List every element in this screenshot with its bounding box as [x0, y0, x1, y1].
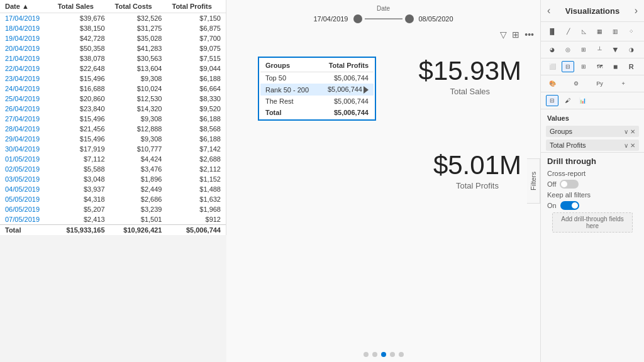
viz-funnel-icon[interactable]: ⯆ — [609, 44, 622, 55]
viz-gauge-icon[interactable]: ◑ — [625, 44, 638, 55]
table-row[interactable]: 20/04/2019$50,358$41,283$9,075 — [0, 43, 226, 53]
kpi2-label: Total Profits — [433, 181, 521, 190]
page-dot-2[interactable] — [372, 352, 377, 357]
viz-format-icon[interactable]: 🎨 — [546, 78, 558, 89]
viz-map-icon[interactable]: 🗺 — [593, 61, 606, 72]
page-dot-5[interactable] — [399, 352, 404, 357]
field-name-groups: Groups — [550, 128, 572, 135]
more-icon[interactable]: ••• — [525, 30, 534, 40]
table-row[interactable]: 21/04/2019$38,078$30,563$7,515 — [0, 53, 226, 63]
popup-table-row[interactable]: Rank 50 - 200$5,006,744 — [260, 84, 374, 96]
viz-filled-map-icon[interactable]: ◼ — [609, 61, 622, 72]
kpi1-section: $15.93M Total Sales — [419, 57, 521, 96]
popup-header-profits: Total Profits — [318, 59, 374, 72]
field-remove-groups[interactable]: ∨ ✕ — [624, 128, 635, 135]
toolbar: ▽ ⊞ ••• — [226, 30, 540, 40]
format-icons-row: ⊟ 🖌 📊 — [541, 92, 644, 109]
viz-table-icon[interactable]: ⊟ — [562, 61, 574, 72]
kpi2-section: $5.01M Total Profits — [433, 151, 521, 190]
page-dot-3[interactable] — [381, 352, 386, 357]
table-total-row: Total$15,933,165$10,926,421$5,006,744 — [0, 225, 226, 236]
popup-table-row[interactable]: Top 50$5,006,744 — [260, 72, 374, 84]
page-dot-4[interactable] — [390, 352, 395, 357]
viz-matrix-icon[interactable]: ⊞ — [577, 61, 590, 72]
viz-scatter-icon[interactable]: ⁘ — [625, 26, 638, 37]
table-row[interactable]: 19/04/2019$42,728$35,028$7,700 — [0, 33, 226, 43]
viz-analytics-icon[interactable]: ⚙ — [570, 78, 582, 89]
cell-num: $1,488 — [167, 184, 226, 194]
cell-num: $1,152 — [167, 174, 226, 184]
field-pill-profits[interactable]: Total Profits ∨ ✕ — [546, 140, 639, 151]
table-row[interactable]: 06/05/2019$5,207$3,239$1,968 — [0, 204, 226, 214]
viz-stacked-bar-icon[interactable]: ▦ — [593, 26, 606, 37]
viz-donut-icon[interactable]: ◎ — [562, 44, 574, 55]
field-remove-profits[interactable]: ∨ ✕ — [624, 142, 635, 149]
format-chart-icon[interactable]: 📊 — [576, 95, 589, 106]
cell-num: $16,688 — [53, 84, 110, 94]
filters-side-tab[interactable]: Filters — [527, 158, 540, 204]
viz-waterfall-icon[interactable]: ┴ — [593, 44, 606, 55]
table-row[interactable]: 27/04/2019$15,496$9,308$6,188 — [0, 114, 226, 124]
page-dot-1[interactable] — [364, 352, 369, 357]
focus-icon[interactable]: ⊞ — [512, 30, 519, 40]
cell-num: $32,526 — [110, 13, 167, 24]
viz-treemap-icon[interactable]: ⊞ — [577, 44, 590, 55]
filters-tab-label[interactable]: Filters — [527, 158, 540, 204]
viz-chevron-right[interactable] — [635, 5, 638, 16]
cross-report-toggle[interactable] — [560, 180, 579, 189]
viz-python-icon[interactable]: Py — [594, 78, 606, 89]
viz-100pct-bar-icon[interactable]: ▥ — [609, 26, 622, 37]
table-row[interactable]: 18/04/2019$38,150$31,275$6,875 — [0, 23, 226, 33]
cell-num: $4,424 — [110, 154, 167, 164]
cell-num: $3,048 — [53, 174, 110, 184]
table-row[interactable]: 26/04/2019$23,840$14,320$9,520 — [0, 104, 226, 114]
cell-num: $6,188 — [167, 134, 226, 144]
table-row[interactable]: 07/05/2019$2,413$1,501$912 — [0, 214, 226, 225]
cell-num: $20,860 — [53, 94, 110, 104]
table-row[interactable]: 03/05/2019$3,048$1,896$1,152 — [0, 174, 226, 184]
cell-date: 25/04/2019 — [0, 94, 53, 104]
viz-chevron-left[interactable] — [547, 5, 550, 16]
field-pill-groups[interactable]: Groups ∨ ✕ — [546, 126, 639, 137]
viz-area-icon[interactable]: ◺ — [577, 26, 590, 37]
col-header-sales[interactable]: Total Sales — [53, 0, 110, 13]
viz-r-icon[interactable]: R — [625, 61, 638, 72]
table-row[interactable]: 22/04/2019$22,648$13,604$9,044 — [0, 63, 226, 74]
add-drill-field-btn[interactable]: Add drill-through fields here — [552, 212, 633, 233]
viz-custom-icon[interactable]: + — [617, 78, 630, 89]
cell-num: $6,875 — [167, 23, 226, 33]
table-row[interactable]: 24/04/2019$16,688$10,024$6,664 — [0, 84, 226, 94]
table-row[interactable]: 05/05/2019$4,318$2,686$1,632 — [0, 194, 226, 204]
col-header-date[interactable]: Date ▲ — [0, 0, 53, 13]
col-header-costs[interactable]: Total Costs — [110, 0, 167, 13]
page-navigation — [364, 352, 404, 357]
table-row[interactable]: 28/04/2019$21,456$12,888$8,568 — [0, 124, 226, 134]
cell-num: $912 — [167, 214, 226, 225]
viz-card-icon[interactable]: ⬜ — [546, 61, 558, 72]
table-row[interactable]: 04/05/2019$3,937$2,449$1,488 — [0, 184, 226, 194]
filter-icon[interactable]: ▽ — [500, 30, 507, 40]
table-row[interactable]: 30/04/2019$17,919$10,777$7,142 — [0, 144, 226, 154]
viz-pie-icon[interactable]: ◕ — [546, 44, 558, 55]
kpi1-value: $15.93M — [419, 57, 521, 85]
table-row[interactable]: 29/04/2019$15,496$9,308$6,188 — [0, 134, 226, 144]
col-header-profits[interactable]: Total Profits — [167, 0, 226, 13]
date-slider[interactable] — [353, 14, 414, 23]
table-row[interactable]: 17/04/2019$39,676$32,526$7,150 — [0, 13, 226, 24]
table-row[interactable]: 02/05/2019$5,588$3,476$2,112 — [0, 164, 226, 174]
keep-filters-toggle[interactable] — [560, 201, 579, 210]
format-paint-icon[interactable]: 🖌 — [561, 95, 574, 106]
table-row[interactable]: 01/05/2019$7,112$4,424$2,688 — [0, 154, 226, 164]
date-filter-label: Date — [377, 5, 390, 12]
viz-bar-icon[interactable]: ▐▌ — [546, 26, 558, 37]
cell-num: $38,078 — [53, 53, 110, 63]
viz-line-icon[interactable]: ╱ — [562, 26, 574, 37]
cell-num: $41,283 — [110, 43, 167, 53]
table-row[interactable]: 23/04/2019$15,496$9,308$6,188 — [0, 74, 226, 84]
cell-num: $3,476 — [110, 164, 167, 174]
popup-table-row[interactable]: The Rest$5,006,744 — [260, 96, 374, 107]
keep-filters-toggle-row: On — [547, 201, 638, 210]
format-table-icon[interactable]: ⊟ — [546, 95, 558, 106]
table-row[interactable]: 25/04/2019$20,860$12,530$8,330 — [0, 94, 226, 104]
cell-num: $7,515 — [167, 53, 226, 63]
